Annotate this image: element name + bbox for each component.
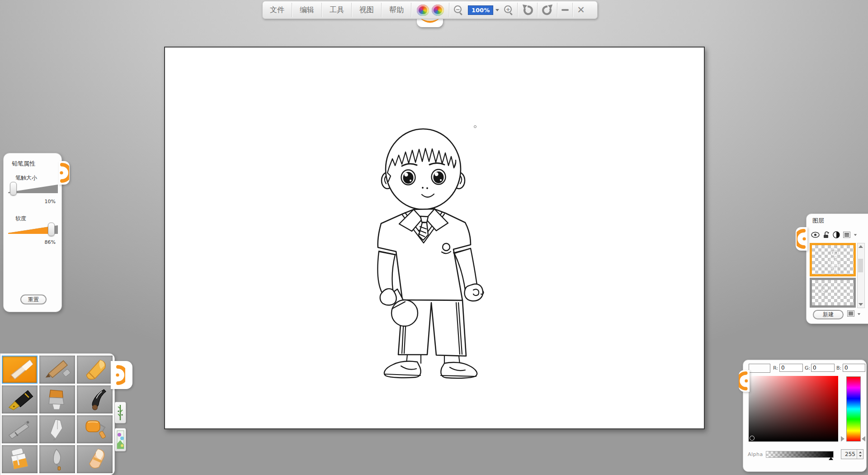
pencil-panel-handle[interactable] bbox=[59, 161, 70, 185]
brush-size-slider[interactable] bbox=[8, 183, 58, 194]
layer-list-icon[interactable] bbox=[843, 232, 850, 238]
tool-dropper[interactable] bbox=[39, 445, 75, 473]
layer-item-selected[interactable] bbox=[810, 243, 856, 276]
boy-line-drawing bbox=[377, 126, 491, 380]
opacity-halfcircle-icon[interactable] bbox=[833, 231, 840, 238]
visibility-eye-icon[interactable] bbox=[811, 232, 820, 238]
zoom-out-icon: − bbox=[453, 5, 463, 15]
alpha-spinbox[interactable]: 255 bbox=[841, 449, 863, 459]
bamboo-icon bbox=[117, 404, 124, 421]
new-layer-button[interactable]: 新建 bbox=[813, 310, 844, 319]
alpha-slider[interactable] bbox=[766, 451, 834, 458]
redo-button[interactable] bbox=[538, 1, 557, 19]
orange-ear-icon bbox=[797, 229, 807, 249]
menu-help[interactable]: 帮助 bbox=[382, 1, 411, 19]
tool-palette-panel bbox=[0, 353, 115, 475]
tool-airbrush[interactable] bbox=[2, 415, 38, 443]
brush-size-slider-thumb[interactable] bbox=[10, 182, 17, 195]
zoom-out-button[interactable]: − bbox=[450, 1, 467, 19]
alpha-value: 255 bbox=[841, 451, 857, 457]
layer-menu-icon[interactable] bbox=[847, 310, 854, 317]
spin-down-icon[interactable] bbox=[859, 455, 862, 457]
brush-size-label: 笔触大小 bbox=[15, 174, 37, 182]
tool-ink-brush[interactable] bbox=[77, 385, 113, 413]
zoom-in-button[interactable]: + bbox=[500, 1, 517, 19]
alpha-label: Alpha bbox=[748, 451, 763, 457]
menu-view[interactable]: 视图 bbox=[352, 1, 381, 19]
drawing-canvas[interactable] bbox=[164, 47, 705, 429]
layers-scrollbar[interactable] bbox=[857, 243, 865, 308]
tool-paint-roller[interactable] bbox=[77, 415, 113, 443]
rainbow-gallery-icon[interactable] bbox=[432, 5, 444, 16]
dropdown-caret-icon[interactable] bbox=[854, 234, 857, 236]
sv-selection-marker bbox=[750, 436, 755, 441]
red-field[interactable] bbox=[779, 364, 803, 372]
dropdown-caret-icon[interactable] bbox=[858, 314, 860, 315]
menu-edit[interactable]: 编辑 bbox=[292, 1, 321, 19]
tool-palette-knife[interactable] bbox=[39, 415, 75, 443]
layer-item[interactable] bbox=[810, 278, 856, 308]
stray-mark bbox=[474, 125, 476, 128]
tool-flat-brush[interactable] bbox=[39, 385, 75, 413]
zoom-dropdown-caret-icon[interactable] bbox=[495, 9, 499, 11]
softness-slider[interactable] bbox=[8, 224, 58, 235]
orange-ear-icon bbox=[739, 371, 749, 390]
layers-panel: 图层 新建 bbox=[806, 214, 868, 324]
zoom-in-icon: + bbox=[504, 5, 514, 15]
redo-icon bbox=[542, 4, 553, 16]
layers-panel-handle[interactable] bbox=[796, 227, 807, 251]
green-field[interactable] bbox=[811, 364, 835, 372]
pencil-properties-panel: 铅笔属性 笔触大小 10% 软度 86% 重置 bbox=[3, 153, 62, 312]
rainbow-tools-icon[interactable] bbox=[417, 5, 429, 16]
tool-fountain-pen[interactable] bbox=[2, 385, 38, 413]
zoom-level-field[interactable]: 100% bbox=[468, 5, 493, 15]
bamboo-brush-tab[interactable] bbox=[114, 402, 126, 423]
alpha-marker-icon[interactable] bbox=[829, 457, 833, 460]
orange-ear-icon bbox=[115, 365, 125, 385]
undo-icon bbox=[522, 4, 533, 16]
picture-stamp-icon bbox=[117, 430, 124, 449]
picture-stamp-tab[interactable] bbox=[114, 428, 126, 451]
hue-marker-right-icon[interactable] bbox=[862, 436, 865, 442]
minimize-icon bbox=[561, 9, 569, 11]
scrollbar-thumb[interactable] bbox=[858, 259, 863, 272]
scroll-down-icon[interactable] bbox=[859, 303, 863, 306]
pencil-panel-title: 铅笔属性 bbox=[12, 160, 35, 168]
close-icon: ✕ bbox=[577, 5, 585, 15]
hue-marker-left-icon[interactable] bbox=[841, 436, 844, 442]
menu-file[interactable]: 文件 bbox=[263, 1, 292, 19]
tool-eraser[interactable] bbox=[77, 445, 113, 473]
unlock-icon[interactable] bbox=[823, 231, 830, 238]
undo-button[interactable] bbox=[518, 1, 537, 19]
tool-wood-pencil[interactable] bbox=[39, 356, 75, 384]
menu-tools[interactable]: 工具 bbox=[322, 1, 351, 19]
tool-palette-handle[interactable] bbox=[111, 361, 132, 389]
saturation-value-field[interactable] bbox=[749, 376, 838, 442]
hue-slider[interactable] bbox=[846, 376, 861, 442]
brush-size-value: 10% bbox=[38, 199, 56, 204]
reset-button[interactable]: 重置 bbox=[20, 294, 47, 304]
softness-slider-thumb[interactable] bbox=[48, 223, 55, 236]
spin-up-icon[interactable] bbox=[859, 451, 862, 453]
tool-crayon[interactable] bbox=[77, 356, 113, 384]
green-label: G: bbox=[805, 365, 810, 371]
blue-label: B: bbox=[836, 365, 841, 371]
current-color-swatch[interactable] bbox=[749, 364, 770, 373]
minimize-button[interactable] bbox=[558, 1, 572, 19]
red-label: R: bbox=[773, 365, 778, 371]
tool-grid bbox=[2, 356, 113, 473]
orange-ear-icon bbox=[59, 163, 69, 183]
scroll-up-icon[interactable] bbox=[859, 245, 863, 248]
blue-field[interactable] bbox=[843, 364, 865, 372]
layers-panel-title: 图层 bbox=[812, 217, 824, 225]
softness-label: 软度 bbox=[15, 215, 26, 223]
softness-value: 86% bbox=[38, 239, 56, 245]
tool-paint-bottle[interactable] bbox=[2, 445, 38, 473]
color-picker-panel: R: G: B: Alpha 255 bbox=[743, 360, 867, 472]
color-panel-handle[interactable] bbox=[739, 370, 750, 392]
close-button[interactable]: ✕ bbox=[573, 1, 589, 19]
tool-pencil[interactable] bbox=[2, 356, 38, 384]
main-toolbar: 文件 编辑 工具 视图 帮助 − 100% + ✕ bbox=[262, 1, 598, 19]
